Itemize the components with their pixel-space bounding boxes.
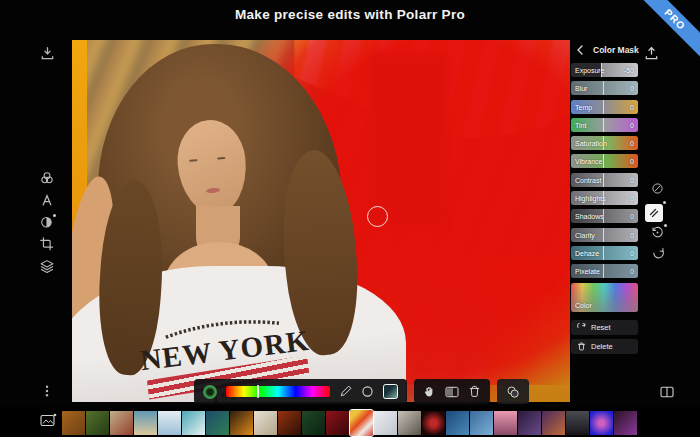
slider-label: Saturation xyxy=(575,140,607,147)
slider-label: Clarity xyxy=(575,231,595,238)
linear-mask-icon-active[interactable] xyxy=(383,384,398,399)
slider-contrast[interactable]: Contrast0 xyxy=(571,173,638,187)
slider-highlights[interactable]: Highlights0 xyxy=(571,191,638,205)
filters-button[interactable] xyxy=(40,171,55,186)
slider-dehaze[interactable]: Dehaze0 xyxy=(571,246,638,260)
filmstrip-thumbnail[interactable] xyxy=(134,411,157,435)
filmstrip-thumbnail[interactable] xyxy=(542,411,565,435)
slider-label: Exposure xyxy=(575,67,605,74)
slider-temp[interactable]: Temp0 xyxy=(571,100,638,114)
filters-icon xyxy=(40,171,54,185)
filmstrip-thumbnail[interactable] xyxy=(230,411,253,435)
photo-canvas[interactable]: NEW YORK 1998 xyxy=(72,40,570,402)
text-tool-button[interactable] xyxy=(40,193,55,208)
mask-panel-button-active[interactable] xyxy=(645,204,663,222)
slider-marker xyxy=(603,246,604,260)
color-picker-label: Color xyxy=(575,302,592,309)
slider-marker xyxy=(603,100,604,114)
filmstrip-thumbnail[interactable] xyxy=(86,411,109,435)
slider-label: Dehaze xyxy=(575,249,599,256)
photo-library-button[interactable] xyxy=(40,413,57,427)
layers-icon xyxy=(40,259,54,273)
mask-tool-button[interactable] xyxy=(40,215,55,230)
delete-icon xyxy=(577,342,586,351)
filmstrip-thumbnail-selected[interactable] xyxy=(350,410,373,436)
revert-icon xyxy=(652,247,665,260)
slider-label: Pixelate xyxy=(575,268,600,275)
reset-button[interactable]: Reset xyxy=(571,320,638,335)
hand-tool-icon[interactable] xyxy=(423,385,436,398)
overlay-toggle-button[interactable] xyxy=(651,182,664,195)
filmstrip-thumbnail[interactable] xyxy=(422,411,445,435)
trash-icon[interactable] xyxy=(468,385,481,398)
export-button[interactable] xyxy=(644,46,659,61)
slider-list: Exposure-50Blur0Temp0Tint0Saturation0Vib… xyxy=(571,63,638,283)
delete-button[interactable]: Delete xyxy=(571,339,638,354)
filmstrip-thumbnail[interactable] xyxy=(470,411,493,435)
split-view-button[interactable] xyxy=(660,384,674,402)
filmstrip-thumbnail[interactable] xyxy=(254,411,277,435)
slider-marker xyxy=(603,118,604,132)
history-icon xyxy=(651,226,664,239)
slider-pixelate[interactable]: Pixelate0 xyxy=(571,264,638,278)
brush-icon[interactable] xyxy=(339,385,352,398)
filmstrip-thumbnail[interactable] xyxy=(614,411,637,435)
revert-button[interactable] xyxy=(652,247,665,260)
slider-label: Highlights xyxy=(575,195,606,202)
color-wheel-icon[interactable] xyxy=(203,385,217,399)
filmstrip-thumbnail[interactable] xyxy=(518,411,541,435)
history-button[interactable] xyxy=(651,226,664,239)
filmstrip-thumbnail[interactable] xyxy=(158,411,181,435)
filmstrip-thumbnail[interactable] xyxy=(590,411,613,435)
filmstrip-thumbnail[interactable] xyxy=(62,411,85,435)
slider-value: 0 xyxy=(630,140,634,147)
filmstrip-thumbnail[interactable] xyxy=(182,411,205,435)
before-after-icon[interactable] xyxy=(445,386,459,398)
filmstrip-thumbnail[interactable] xyxy=(566,411,589,435)
filmstrip-thumbnails xyxy=(62,409,637,436)
slider-blur[interactable]: Blur0 xyxy=(571,81,638,95)
import-button[interactable] xyxy=(40,46,55,61)
brush-cursor-ring xyxy=(367,206,388,227)
slider-marker xyxy=(603,173,604,187)
slider-clarity[interactable]: Clarity0 xyxy=(571,228,638,242)
slider-vibrance[interactable]: Vibrance0 xyxy=(571,154,638,168)
slider-exposure[interactable]: Exposure-50 xyxy=(571,63,638,77)
filmstrip-thumbnail[interactable] xyxy=(302,411,325,435)
more-options-button[interactable] xyxy=(40,384,55,399)
slider-value: 0 xyxy=(630,268,634,275)
slider-label: Contrast xyxy=(575,176,601,183)
slider-shadows[interactable]: Shadows0 xyxy=(571,209,638,223)
slider-saturation[interactable]: Saturation0 xyxy=(571,136,638,150)
back-chevron-icon[interactable] xyxy=(576,45,584,55)
filmstrip-thumbnail[interactable] xyxy=(278,411,301,435)
filmstrip-thumbnail[interactable] xyxy=(494,411,517,435)
filmstrip-thumbnail[interactable] xyxy=(374,411,397,435)
slider-value: 0 xyxy=(630,121,634,128)
filmstrip-thumbnail[interactable] xyxy=(446,411,469,435)
photo-library-icon xyxy=(40,413,57,427)
slider-label: Blur xyxy=(575,85,587,92)
mask-tool-icon xyxy=(40,215,54,229)
slider-tint[interactable]: Tint0 xyxy=(571,118,638,132)
filmstrip-thumbnail[interactable] xyxy=(326,411,349,435)
slider-value: 0 xyxy=(630,158,634,165)
mask-stack-icon[interactable] xyxy=(506,385,520,399)
slider-label: Temp xyxy=(575,103,592,110)
export-icon xyxy=(644,46,659,61)
layers-button[interactable] xyxy=(40,259,55,274)
filmstrip-thumbnail[interactable] xyxy=(110,411,133,435)
hue-slider-marker[interactable] xyxy=(257,385,259,398)
filmstrip-thumbnail[interactable] xyxy=(206,411,229,435)
mask-overlay-group xyxy=(497,379,529,404)
slider-value: 0 xyxy=(630,103,634,110)
filmstrip-thumbnail[interactable] xyxy=(398,411,421,435)
mask-panel-indicator-dot xyxy=(663,201,666,204)
crop-button[interactable] xyxy=(40,237,55,252)
photo-eye xyxy=(189,159,197,162)
color-picker-box[interactable]: Color xyxy=(571,283,638,312)
slider-value: 0 xyxy=(630,176,634,183)
radial-mask-icon[interactable] xyxy=(361,385,374,398)
hue-slider[interactable] xyxy=(226,386,330,397)
mask-panel-icon xyxy=(648,207,660,219)
